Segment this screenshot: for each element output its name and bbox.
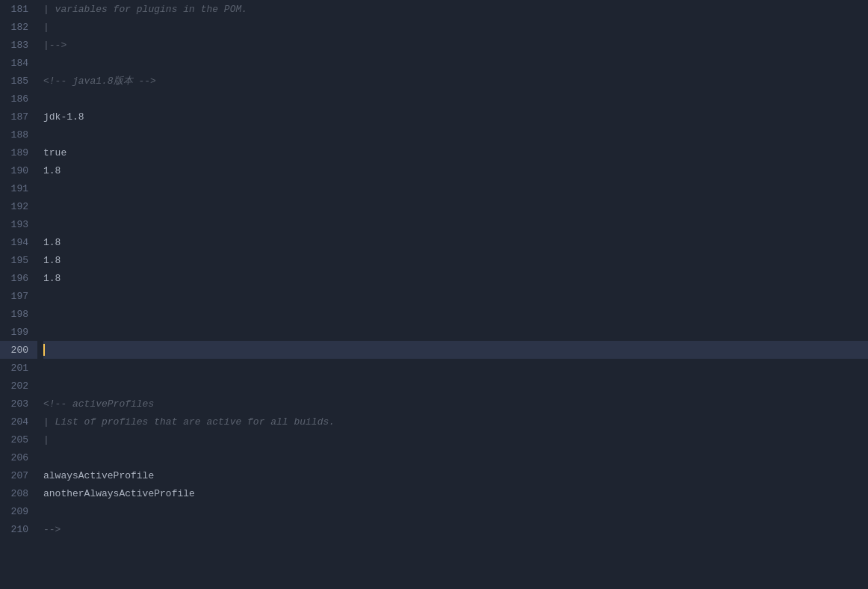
- line-number: 183: [0, 36, 37, 54]
- line-number: 196: [0, 269, 37, 287]
- code-line: | List of profiles that are active for a…: [43, 413, 868, 431]
- code-line: [43, 179, 868, 197]
- line-number: 186: [0, 90, 37, 108]
- line-number: 207: [0, 466, 37, 484]
- line-number: 208: [0, 484, 37, 502]
- line-number: 181: [0, 0, 37, 18]
- line-number: 198: [0, 305, 37, 323]
- line-number: 190: [0, 161, 37, 179]
- code-line: [43, 305, 868, 323]
- line-number: 182: [0, 18, 37, 36]
- line-number: 193: [0, 215, 37, 233]
- line-number: 194: [0, 233, 37, 251]
- code-line: 1.8: [43, 161, 868, 179]
- code-line: [43, 448, 868, 466]
- code-line: [43, 197, 868, 215]
- code-line: [43, 287, 868, 305]
- code-editor: 1811821831841851861871881891901911921931…: [0, 0, 868, 589]
- code-line: [43, 502, 868, 520]
- line-number: 195: [0, 251, 37, 269]
- line-number: 206: [0, 448, 37, 466]
- code-line: |: [43, 18, 868, 36]
- code-line: jdk-1.8: [43, 108, 868, 126]
- code-line: |-->: [43, 36, 868, 54]
- code-line: [43, 341, 868, 359]
- line-number: 187: [0, 108, 37, 126]
- code-line: | variables for plugins in the POM.: [43, 0, 868, 18]
- code-line: true: [43, 144, 868, 161]
- line-number: 202: [0, 377, 37, 395]
- line-numbers: 1811821831841851861871881891901911921931…: [0, 0, 37, 589]
- code-line: [43, 359, 868, 377]
- code-line: [43, 215, 868, 233]
- line-number: 189: [0, 144, 37, 161]
- code-line: [43, 54, 868, 72]
- line-number: 200: [0, 341, 37, 359]
- code-line: [43, 90, 868, 108]
- code-line: [43, 323, 868, 341]
- code-line: [43, 126, 868, 144]
- line-number: 192: [0, 197, 37, 215]
- code-line: <!-- activeProfiles: [43, 395, 868, 413]
- line-number: 185: [0, 72, 37, 90]
- line-number: 188: [0, 126, 37, 144]
- code-line: anotherAlwaysActiveProfile: [43, 484, 868, 502]
- line-number: 197: [0, 287, 37, 305]
- line-number: 204: [0, 413, 37, 431]
- code-line: 1.8: [43, 269, 868, 287]
- code-line: -->: [43, 520, 868, 538]
- line-number: 203: [0, 395, 37, 413]
- code-line: 1.8: [43, 233, 868, 251]
- line-number: 205: [0, 431, 37, 448]
- code-line: 1.8: [43, 251, 868, 269]
- code-line: <!-- java1.8版本 -->: [43, 72, 868, 90]
- line-number: 184: [0, 54, 37, 72]
- code-line: [43, 377, 868, 395]
- line-number: 209: [0, 502, 37, 520]
- code-line: |: [43, 431, 868, 448]
- line-number: 210: [0, 520, 37, 538]
- line-number: 199: [0, 323, 37, 341]
- line-number: 201: [0, 359, 37, 377]
- code-content[interactable]: | variables for plugins in the POM. | |-…: [37, 0, 868, 589]
- code-line: alwaysActiveProfile: [43, 466, 868, 484]
- line-number: 191: [0, 179, 37, 197]
